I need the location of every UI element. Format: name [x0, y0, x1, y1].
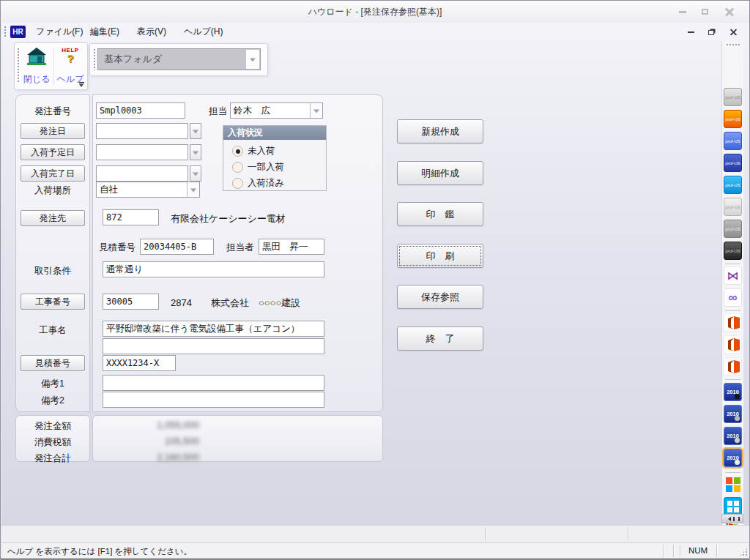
arrival-due-button[interactable]: 入荷予定日 — [21, 144, 85, 160]
profus-light-icon[interactable]: prof-US — [724, 198, 742, 216]
profus-dark-icon[interactable]: prof-US — [724, 242, 742, 260]
profus-cyan-icon[interactable]: prof-US — [724, 176, 742, 194]
resize-grip[interactable] — [739, 548, 748, 556]
remark2-field[interactable] — [103, 392, 324, 408]
arrival-place-value: 自社 — [100, 184, 118, 195]
chevron-down-icon[interactable] — [310, 103, 322, 118]
arrival-place-select[interactable]: 自社 — [96, 182, 200, 198]
menu-file[interactable]: ファイル(F) — [29, 23, 89, 41]
strip-divider — [628, 527, 628, 541]
arrival-due-dropdown-button[interactable] — [190, 144, 201, 160]
vs2010-icon[interactable]: 2010 — [724, 405, 742, 423]
terms-field[interactable]: 通常通り — [103, 261, 324, 277]
toolbar-grip[interactable] — [93, 48, 96, 70]
dock-scroll-button[interactable] — [721, 514, 743, 523]
arrival-done-dropdown-button[interactable] — [190, 165, 201, 182]
menu-view[interactable]: 表示(V) — [130, 23, 173, 41]
profus-grey-icon[interactable]: prof-US — [724, 88, 742, 106]
chevron-down-icon[interactable] — [245, 50, 259, 69]
exit-button[interactable]: 終 了 — [397, 326, 483, 351]
save-reference-button[interactable]: 保存参照 — [397, 285, 483, 309]
microsoft-logo — [726, 477, 740, 492]
folder-select[interactable]: 基本フォルダ — [97, 48, 261, 70]
toolbar-grip[interactable] — [17, 48, 20, 83]
new-create-button[interactable]: 新規作成 — [397, 119, 483, 143]
status-divider — [680, 545, 680, 557]
child-close-button[interactable] — [725, 26, 741, 38]
remark1-field[interactable] — [103, 375, 324, 391]
radio-arrived[interactable] — [232, 178, 243, 189]
seal-button[interactable]: 印 鑑 — [397, 202, 483, 226]
window-close-button[interactable] — [720, 6, 739, 18]
arrival-status-title: 入荷状況 — [223, 126, 326, 140]
project-name-field[interactable]: 平野邸増改築に伴う電気設備工事（エアコン） — [103, 321, 324, 337]
office-logo — [726, 316, 740, 330]
close-button-label: 閉じる — [21, 73, 53, 86]
arrival-done-field[interactable] — [96, 165, 188, 182]
supplier-code-field[interactable]: 872 — [103, 209, 159, 225]
arrival-done-button[interactable]: 入荷完了日 — [21, 165, 85, 182]
child-restore-button[interactable] — [703, 26, 719, 38]
vs-infinity-icon[interactable]: ∞ — [724, 288, 742, 307]
print-button[interactable]: 印 刷 — [397, 244, 483, 268]
staff-select[interactable]: 鈴木 広 — [230, 102, 323, 119]
visual-studio-icon[interactable]: ⋈ — [724, 266, 742, 285]
windows10-icon[interactable] — [724, 497, 742, 515]
triangle-glyph — [313, 110, 319, 113]
arrival-due-field[interactable] — [96, 144, 188, 160]
contact-field[interactable]: 黒田 昇一 — [259, 239, 324, 255]
folder-toolbar: 基本フォルダ — [89, 43, 268, 76]
restore-icon — [708, 30, 714, 35]
chevron-down-icon[interactable] — [187, 182, 199, 197]
order-date-field[interactable] — [96, 123, 188, 139]
remark2-label: 備考2 — [15, 395, 90, 407]
office-app-icon[interactable] — [724, 335, 742, 354]
menu-edit[interactable]: 編集(E) — [83, 23, 126, 41]
radio-not-arrived[interactable] — [232, 146, 243, 157]
project-name2-field[interactable] — [103, 338, 324, 354]
close-window-button[interactable]: 閉じる — [21, 45, 53, 87]
close-icon — [724, 7, 735, 17]
profus-blue-icon[interactable]: prof-US — [724, 132, 742, 150]
window-restore-button[interactable] — [695, 6, 714, 18]
menu-help[interactable]: ヘルプ(H) — [177, 23, 230, 41]
toolbar-overflow-icon[interactable] — [78, 82, 85, 88]
profus-grey2-icon[interactable]: prof-US — [724, 220, 742, 238]
vs2010-icon-selected[interactable]: 2010 — [724, 449, 742, 467]
status-dot — [735, 438, 740, 443]
project-no-button[interactable]: 工事番号 — [21, 294, 85, 310]
window-minimize-button[interactable] — [673, 6, 692, 18]
supplier-button[interactable]: 発注先 — [21, 210, 85, 226]
vs2010-icon[interactable]: 2010 — [724, 383, 742, 401]
radio-row: 未入荷 — [232, 144, 275, 156]
launcher-dock: prof-US prof-US prof-US prof-US prof-US … — [721, 41, 743, 525]
dock-grip[interactable] — [726, 43, 740, 46]
total-amount-label: 発注金額 — [15, 420, 90, 433]
project-no-field[interactable]: 30005 — [103, 294, 159, 310]
status-bar: ヘルプ を表示するには [F1] を押してください。 NUM — [1, 542, 750, 559]
status-dot — [735, 416, 740, 421]
radio-partial-arrival[interactable] — [232, 162, 243, 173]
office-app-icon[interactable] — [724, 357, 742, 376]
quote-no-field[interactable]: 20034405-B — [140, 239, 214, 255]
vs2010-icon[interactable]: 2010 — [724, 427, 742, 445]
radio-label: 一部入荷 — [248, 162, 284, 172]
blurred-tax-amount: 105,500 — [103, 436, 199, 447]
detail-create-button[interactable]: 明細作成 — [397, 161, 483, 185]
remark1-label: 備考1 — [15, 378, 90, 390]
estimate-no-field[interactable]: XXXX1234-X — [103, 355, 176, 371]
profus-darkblue-icon[interactable]: prof-US — [724, 154, 742, 172]
estimate-no-button[interactable]: 見積番号 — [21, 355, 85, 371]
order-date-button[interactable]: 発注日 — [21, 123, 85, 139]
help-button[interactable]: HELP ? ヘルプ — [54, 45, 86, 87]
menu-bar: HR ファイル(F) 編集(E) 表示(V) ヘルプ(H) — [1, 23, 750, 42]
menubar-grip[interactable] — [4, 26, 7, 38]
inner-status-strip — [1, 525, 750, 542]
profus-orange-icon[interactable]: prof-US — [724, 110, 742, 128]
office-app-icon[interactable] — [724, 313, 742, 332]
folder-select-value: 基本フォルダ — [104, 53, 162, 64]
order-date-dropdown-button[interactable] — [190, 123, 201, 139]
child-minimize-button[interactable] — [683, 26, 699, 38]
order-no-field[interactable]: Smpl0003 — [96, 102, 185, 119]
microsoft-logo-icon[interactable] — [724, 475, 742, 493]
